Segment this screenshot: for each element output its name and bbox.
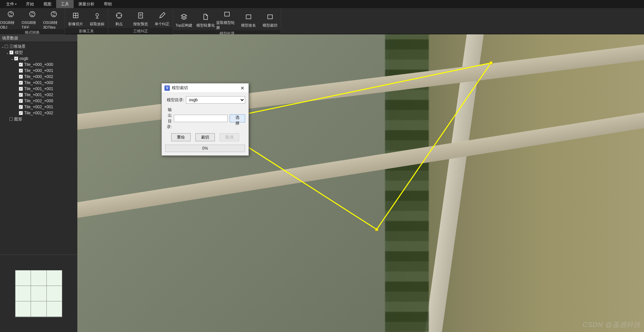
model-rename-button[interactable]: 模型改名	[238, 8, 259, 30]
checkbox-icon[interactable]: ✓	[19, 81, 23, 85]
redraw-button[interactable]: 重绘	[171, 133, 191, 141]
checkbox-icon[interactable]: ✓	[14, 57, 18, 61]
3d-viewport[interactable]: CSDN @遥感科技 V 模型裁切 ✕ 模型目录: osgb 输出目录: 选择	[77, 34, 644, 332]
dialog-body: 模型目录: osgb 输出目录: 选择 重绘 裁切 取消 0%	[162, 93, 249, 155]
dialog-titlebar[interactable]: V 模型裁切 ✕	[162, 83, 249, 93]
osgb-to-tiff-button[interactable]: OSGB转TIFF	[22, 8, 43, 29]
rect-icon	[244, 13, 253, 21]
tree-label: 图形	[14, 116, 22, 122]
ribbon-btn-label: 报告预览	[133, 22, 148, 27]
menubar: 文件▾开始视图工具测量分析帮助	[0, 0, 644, 8]
tree-label: Tile_+002_+000	[24, 99, 53, 103]
ribbon-btn-label: 刺点	[115, 22, 123, 27]
layers-icon	[180, 13, 188, 21]
scene-panel-title: 场景数据	[0, 34, 77, 42]
tile[interactable]: ✓Tile_+000_+000	[1, 62, 77, 68]
tile[interactable]: ✓Tile_+001_+002	[1, 92, 77, 98]
ribbon: OSGB转OBJOSGB转TIFFOSGB转3DTiles格式转换影像切片获取坐…	[0, 8, 644, 34]
menu-帮助[interactable]: 帮助	[99, 0, 117, 8]
checkbox-icon[interactable]: ✓	[9, 50, 13, 54]
twisty-icon[interactable]: ⌄	[1, 45, 5, 48]
osgb-to-3dtiles-button[interactable]: OSGB转3DTiles	[43, 8, 65, 29]
square-icon	[9, 117, 13, 121]
model-light-button[interactable]: 模型轻量化	[195, 8, 216, 30]
tile[interactable]: ✓Tile_+002_+000	[1, 98, 77, 104]
checkbox-icon[interactable]: ✓	[19, 69, 23, 73]
model-crop-button[interactable]: 模型裁切	[259, 8, 281, 30]
ribbon-btn-label: 提取模型轮廓	[216, 20, 238, 30]
file-icon	[201, 13, 210, 21]
tree-label: 模型	[15, 50, 23, 56]
model-crop-dialog[interactable]: V 模型裁切 ✕ 模型目录: osgb 输出目录: 选择 重绘	[161, 83, 249, 156]
ribbon-group-label: 影像工具	[65, 28, 108, 34]
ribbon-btn-label: OSGB转TIFF	[22, 20, 43, 29]
svg-rect-9	[268, 15, 272, 19]
tile[interactable]: ✓Tile_+001_+000	[1, 80, 77, 86]
convert-icon	[7, 10, 15, 18]
scene-root[interactable]: ⌄三维场景	[1, 43, 77, 49]
output-dir-input[interactable]	[174, 115, 228, 122]
menu-测量分析[interactable]: 测量分析	[74, 0, 99, 8]
tree-label: Tile_+002_+002	[24, 111, 53, 115]
svg-rect-8	[246, 15, 251, 19]
menu-视图[interactable]: 视图	[39, 0, 56, 8]
checkbox-icon[interactable]: ✓	[19, 105, 23, 109]
menu-工具[interactable]: 工具	[56, 0, 74, 8]
tile[interactable]: ✓Tile_+000_+001	[1, 68, 77, 74]
scene-tree[interactable]: ⌄三维场景⌄✓模型⌄✓osgb✓Tile_+000_+000✓Tile_+000…	[0, 42, 77, 255]
ribbon-btn-label: 单个纠正	[155, 22, 169, 27]
ribbon-btn-label: Top层构建	[176, 23, 193, 28]
tree-label: 三维场景	[9, 44, 26, 49]
checkbox-icon[interactable]: ✓	[19, 75, 23, 79]
sidebar: 场景数据 ⌄三维场景⌄✓模型⌄✓osgb✓Tile_+000_+000✓Tile…	[0, 34, 77, 332]
checkbox-icon[interactable]: ✓	[19, 111, 23, 115]
prick-button[interactable]: 刺点	[108, 8, 130, 28]
choose-button[interactable]: 选择	[230, 114, 245, 122]
svg-rect-7	[225, 12, 229, 16]
rect-icon	[223, 10, 231, 18]
svg-point-1	[30, 11, 35, 17]
ribbon-btn-label: OSGB转3DTiles	[43, 20, 65, 29]
progress-bar: 0%	[165, 145, 245, 152]
model-node[interactable]: ⌄✓模型	[1, 49, 77, 56]
tile[interactable]: ✓Tile_+002_+002	[1, 110, 77, 116]
twisty-icon[interactable]: ⌄	[10, 57, 14, 61]
terrain-render	[77, 34, 644, 332]
checkbox-icon[interactable]: ✓	[19, 87, 23, 91]
get-coord-button[interactable]: 获取坐标	[86, 8, 108, 28]
svg-point-4	[96, 13, 99, 16]
square-icon	[5, 45, 8, 48]
convert-icon	[28, 10, 36, 18]
target-icon	[115, 11, 123, 20]
crop-button[interactable]: 裁切	[195, 133, 215, 141]
svg-point-0	[8, 11, 13, 17]
tile[interactable]: ✓Tile_+000_+002	[1, 74, 77, 80]
twisty-icon[interactable]: ⌄	[5, 51, 9, 54]
top-layer-button[interactable]: Top层构建	[173, 8, 195, 30]
osgb-to-obj-button[interactable]: OSGB转OBJ	[0, 8, 22, 29]
tree-label: Tile_+001_+001	[24, 86, 53, 91]
checkbox-icon[interactable]: ✓	[19, 93, 23, 97]
single-correct-button[interactable]: 单个纠正	[151, 8, 173, 28]
tile[interactable]: ✓Tile_+002_+001	[1, 104, 77, 110]
menu-文件[interactable]: 文件▾	[1, 0, 21, 8]
minimap-panel	[0, 255, 77, 332]
checkbox-icon[interactable]: ✓	[19, 63, 23, 67]
tile-minimap[interactable]	[15, 270, 62, 317]
osgb-node[interactable]: ⌄✓osgb	[1, 56, 77, 62]
svg-point-2	[51, 11, 56, 17]
extract-outline-button[interactable]: 提取模型轮廓	[216, 8, 238, 30]
model-dir-select[interactable]: osgb	[186, 96, 245, 104]
menu-开始[interactable]: 开始	[21, 0, 39, 8]
tile[interactable]: ✓Tile_+001_+001	[1, 86, 77, 92]
graphic-node[interactable]: 图形	[1, 116, 77, 122]
report-preview-button[interactable]: 报告预览	[130, 8, 151, 28]
image-tile-button[interactable]: 影像切片	[65, 8, 86, 28]
checkbox-icon[interactable]: ✓	[19, 99, 23, 103]
ribbon-btn-label: 获取坐标	[90, 22, 105, 27]
tree-label: osgb	[20, 56, 28, 61]
close-icon[interactable]: ✕	[239, 85, 246, 91]
tree-label: Tile_+001_+002	[24, 93, 53, 97]
watermark: CSDN @遥感科技	[582, 320, 641, 329]
ribbon-btn-label: OSGB转OBJ	[0, 20, 22, 29]
